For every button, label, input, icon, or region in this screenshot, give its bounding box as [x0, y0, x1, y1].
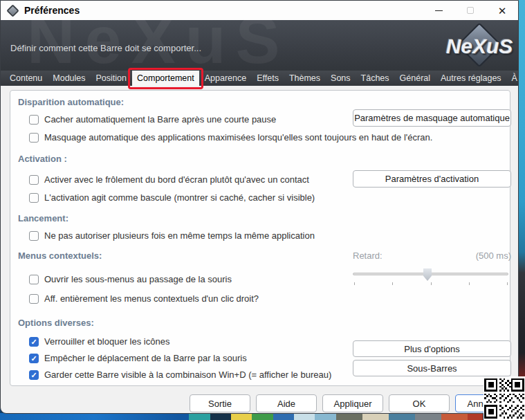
slider-ticks	[353, 282, 508, 286]
settings-panel: Disparition automatique: Cacher automati…	[10, 90, 510, 386]
checkbox-row-win-d[interactable]: Garder cette Barre visible à la combinai…	[29, 369, 331, 380]
sub-bars-button[interactable]: Sous-Barres	[353, 360, 511, 376]
screenshot-stage: Préférences ✕ NeXuS Définir comment cett…	[0, 0, 525, 420]
checkbox-label: Activer avec le frôlement du bord d'écra…	[44, 174, 309, 185]
title-bar: Préférences ✕	[1, 1, 518, 20]
checkbox[interactable]	[29, 370, 39, 380]
nexus-logo: NeXuS	[443, 21, 515, 69]
header-banner: NeXuS Définir comment cette Barre doit s…	[1, 20, 518, 71]
maximize-icon	[467, 7, 474, 14]
checkbox-row-autohide-pause[interactable]: Cacher automatiquement la Barre après un…	[29, 114, 276, 125]
checkbox[interactable]	[29, 115, 39, 125]
checkbox-label: Masquage automatique des applications ma…	[44, 132, 432, 143]
window-controls: ✕	[423, 1, 518, 20]
section-title-menus: Menus contextuels:	[18, 250, 102, 261]
exit-button[interactable]: Sortie	[190, 394, 250, 412]
tab-contenu[interactable]: Contenu	[5, 71, 47, 86]
maximize-button[interactable]	[454, 1, 486, 20]
checkbox-row-autohide-maximized[interactable]: Masquage automatique des applications ma…	[29, 132, 432, 143]
slider-thumb[interactable]	[423, 268, 432, 281]
checkbox[interactable]	[29, 337, 39, 347]
nexus-logo-text: NeXuS	[443, 35, 515, 58]
checkbox[interactable]	[29, 175, 39, 185]
tab-a-propos[interactable]: À propos	[507, 71, 519, 86]
tab-apparence[interactable]: Apparence	[200, 71, 251, 86]
checkbox-label: Aff. entièrement les menus contextuels d…	[44, 293, 259, 304]
checkbox-row-prevent-move[interactable]: Empêcher le déplacement de la Barre par …	[29, 353, 247, 363]
close-icon: ✕	[498, 6, 507, 16]
tab-bar: Contenu Modules Position Comportement Ap…	[1, 71, 518, 86]
apply-button[interactable]: Appliquer	[322, 394, 383, 412]
checkbox[interactable]	[29, 294, 39, 304]
tab-taches[interactable]: Tâches	[356, 71, 394, 86]
checkbox-row-submenu-hover[interactable]: Ouvrir les sous-menus au passage de la s…	[29, 274, 232, 284]
checkbox-row-activation-toggle[interactable]: L'activation agit comme bascule (montrer…	[29, 192, 315, 203]
tab-autres-reglages[interactable]: Autres réglages	[436, 71, 506, 86]
checkbox[interactable]	[29, 133, 39, 143]
delay-value: (500 ms)	[353, 250, 511, 261]
section-title-launch: Lancement:	[18, 213, 68, 223]
checkbox-row-activation-edge[interactable]: Activer avec le frôlement du bord d'écra…	[29, 174, 309, 185]
delay-slider[interactable]	[353, 267, 508, 284]
close-button[interactable]: ✕	[486, 1, 518, 20]
tab-comportement[interactable]: Comportement	[132, 71, 199, 86]
ok-button[interactable]: OK	[389, 394, 450, 412]
section-title-misc: Options diverses:	[18, 318, 94, 328]
minimize-button[interactable]	[423, 1, 454, 20]
checkbox-label: Garder cette Barre visible à la combinai…	[44, 369, 331, 380]
checkbox-label: Ouvrir les sous-menus au passage de la s…	[44, 274, 232, 284]
checkbox[interactable]	[29, 275, 39, 284]
checkbox-row-full-context-menu[interactable]: Aff. entièrement les menus contextuels d…	[29, 293, 259, 304]
tab-position[interactable]: Position	[91, 71, 131, 86]
qr-code-pattern	[484, 377, 524, 419]
desktop-background-bottom	[0, 413, 525, 420]
section-title-autohide: Disparition automatique:	[18, 97, 124, 107]
checkbox[interactable]	[29, 193, 39, 203]
preferences-window: Préférences ✕ NeXuS Définir comment cett…	[0, 0, 519, 414]
app-diamond-icon	[6, 4, 19, 17]
more-options-button[interactable]: Plus d'options	[353, 340, 511, 357]
tab-effets[interactable]: Effets	[252, 71, 284, 86]
checkbox-label: L'activation agit comme bascule (montrer…	[44, 192, 315, 203]
section-title-activation: Activation :	[18, 154, 67, 164]
window-title: Préférences	[24, 5, 80, 16]
tab-themes[interactable]: Thèmes	[284, 71, 325, 86]
checkbox-label: Verrouiller et bloquer les icônes	[44, 336, 169, 347]
qr-code	[483, 376, 525, 420]
checkbox-label: Empêcher le déplacement de la Barre par …	[44, 353, 247, 363]
autohide-settings-button[interactable]: Paramètres de masquage automatique	[353, 109, 511, 127]
checkbox-label: Ne pas autoriser plusieurs fois en même …	[44, 230, 315, 241]
checkbox-row-lock-icons[interactable]: Verrouiller et bloquer les icônes	[29, 336, 169, 347]
checkbox-row-launch-single[interactable]: Ne pas autoriser plusieurs fois en même …	[29, 230, 315, 241]
checkbox[interactable]	[29, 354, 39, 363]
help-button[interactable]: Aide	[256, 394, 317, 412]
desktop-background-right	[518, 0, 525, 420]
activation-settings-button[interactable]: Paramètres d'activation	[353, 170, 511, 188]
checkbox-label: Cacher automatiquement la Barre après un…	[44, 114, 276, 125]
tab-modules[interactable]: Modules	[48, 71, 90, 86]
header-subtitle: Définir comment cette Barre doit se comp…	[10, 43, 201, 53]
checkbox[interactable]	[29, 231, 39, 241]
tab-sons[interactable]: Sons	[326, 71, 356, 86]
tab-general[interactable]: Général	[395, 71, 435, 86]
minimize-icon	[435, 10, 443, 11]
